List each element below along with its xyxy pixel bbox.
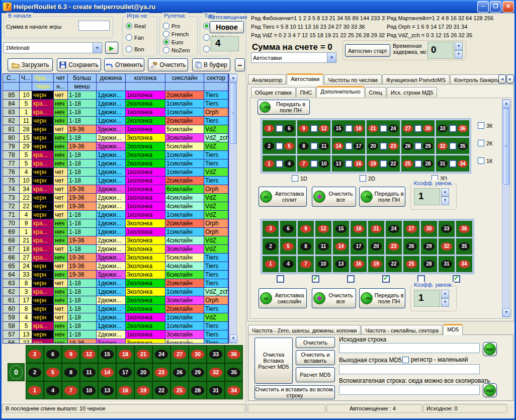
split-pair-27-30[interactable]: 2730 — [401, 120, 435, 136]
md5-out-input[interactable] — [339, 364, 480, 374]
number-disc-1[interactable]: 1 — [264, 160, 274, 167]
split-coef-spinner[interactable]: ▲▼ — [441, 188, 449, 205]
sixline-checkbox-4[interactable] — [382, 275, 390, 283]
radio-French[interactable] — [163, 31, 169, 37]
spin-down-icon[interactable]: ▼ — [441, 298, 449, 307]
grid-number-17[interactable]: 17 — [351, 238, 367, 255]
split-checkbox-33-36[interactable] — [449, 125, 457, 132]
board-number-32[interactable]: 32 — [207, 363, 225, 381]
grid-number-2[interactable]: 2 — [263, 238, 279, 255]
split-pair-14-17[interactable]: 1417 — [332, 138, 365, 154]
sixline-checkbox-3[interactable] — [347, 275, 355, 283]
scroll-down-icon[interactable]: ▼ — [229, 334, 237, 343]
radio-option-French[interactable]: French — [163, 31, 189, 37]
subtab-Общие ставки[interactable]: Общие ставки — [251, 87, 296, 97]
grid-number-29[interactable]: 29 — [421, 238, 437, 255]
split-pair-31-34[interactable]: 3134 — [436, 155, 469, 172]
grid-number-3[interactable]: 3 — [263, 221, 279, 237]
sixline-transfer-button[interactable]: →ПНПередать в поле ПН — [359, 288, 405, 308]
subtab-Спец[interactable]: Спец — [365, 87, 386, 97]
number-disc-5[interactable]: 5 — [284, 142, 294, 150]
number-disc-35[interactable]: 35 — [458, 142, 468, 150]
split-checkbox-9-12[interactable] — [310, 125, 318, 132]
split-pair-2-5[interactable]: 25 — [263, 138, 296, 154]
freqtab-MD5[interactable]: MD5 — [443, 324, 463, 335]
d-check-2D[interactable]: 2D — [360, 175, 375, 182]
column-checkbox-3К[interactable] — [478, 122, 484, 129]
number-disc-17[interactable]: 17 — [354, 142, 364, 150]
split-checkbox-14-17[interactable] — [345, 142, 353, 150]
split-checkbox-8-11[interactable] — [310, 142, 318, 150]
grid-number-6[interactable]: 6 — [280, 221, 296, 237]
grid-number-21[interactable]: 21 — [368, 221, 384, 237]
number-disc-23[interactable]: 23 — [388, 142, 398, 150]
split-pair-7-10[interactable]: 710 — [297, 155, 330, 172]
chevron-down-icon[interactable]: ▼ — [327, 53, 336, 62]
column-check-2К[interactable]: 2К — [478, 140, 493, 146]
number-disc-3[interactable]: 3 — [264, 125, 274, 132]
board-number-34[interactable]: 34 — [225, 381, 243, 399]
grid-number-24[interactable]: 24 — [386, 221, 402, 237]
d-check-1D[interactable]: 1D — [292, 175, 307, 182]
split-pair-21-24[interactable]: 2124 — [367, 120, 400, 136]
board-number-28[interactable]: 28 — [189, 381, 207, 399]
chevron-down-icon[interactable]: ▼ — [93, 43, 102, 53]
maximize-button[interactable]: ❒ — [490, 1, 501, 13]
split-checkbox-19-22[interactable] — [380, 160, 387, 167]
scroll-up-icon[interactable]: ▲ — [229, 74, 237, 82]
grid-number-30[interactable]: 30 — [421, 221, 437, 237]
md5-aux-calc-iconbutton[interactable]: МД5 — [483, 383, 497, 397]
grid-number-12[interactable]: 12 — [315, 221, 331, 237]
number-disc-28[interactable]: 28 — [423, 160, 433, 167]
board-number-2[interactable]: 2 — [26, 363, 44, 381]
board-number-16[interactable]: 16 — [116, 381, 134, 399]
number-disc-18[interactable]: 18 — [354, 125, 364, 132]
column-check-1К[interactable]: 1К — [478, 157, 493, 164]
column-checkbox-2К[interactable] — [478, 140, 484, 146]
number-disc-19[interactable]: 19 — [368, 160, 378, 167]
grid-number-14[interactable]: 14 — [333, 238, 349, 255]
autospin-start-button[interactable]: Автоспин старт — [345, 44, 390, 57]
number-disc-16[interactable]: 16 — [354, 160, 364, 167]
split-pair-1-4[interactable]: 14 — [263, 155, 296, 172]
grid-number-31[interactable]: 31 — [439, 256, 455, 272]
board-number-12[interactable]: 12 — [80, 345, 98, 363]
split-checkbox-27-30[interactable] — [414, 125, 422, 132]
number-disc-20[interactable]: 20 — [368, 142, 378, 150]
radio-Real[interactable] — [126, 23, 132, 29]
radio-Fan[interactable] — [126, 34, 132, 41]
split-pair-15-18[interactable]: 1518 — [332, 120, 365, 136]
board-number-18[interactable]: 18 — [116, 345, 134, 363]
split-clear-button[interactable]: ✱Очистить все — [312, 187, 356, 207]
number-disc-7[interactable]: 7 — [299, 160, 309, 167]
md5-clear-button[interactable]: Очистить — [296, 337, 335, 348]
md5-src-calc-iconbutton[interactable]: МД5 — [483, 342, 497, 356]
board-zero-cell[interactable]: 0 — [8, 363, 25, 381]
grid-number-25[interactable]: 25 — [403, 256, 419, 272]
number-disc-25[interactable]: 25 — [403, 160, 413, 167]
grid-number-13[interactable]: 13 — [333, 256, 349, 272]
number-disc-33[interactable]: 33 — [438, 125, 448, 132]
grid-number-8[interactable]: 8 — [298, 238, 314, 255]
board-number-6[interactable]: 6 — [44, 345, 62, 363]
number-disc-6[interactable]: 6 — [284, 125, 294, 132]
grid-number-16[interactable]: 16 — [351, 256, 367, 272]
md5-aux-input[interactable] — [339, 385, 480, 395]
d-checkbox-1D[interactable] — [292, 175, 298, 182]
grid-number-34[interactable]: 34 — [456, 256, 472, 272]
board-number-19[interactable]: 19 — [134, 381, 152, 399]
number-disc-22[interactable]: 22 — [388, 160, 398, 167]
board-number-14[interactable]: 14 — [98, 363, 116, 381]
split-pair-33-36[interactable]: 3336 — [436, 120, 469, 136]
board-number-26[interactable]: 26 — [170, 363, 189, 381]
freqtab-Частота - Zero, шансы, дюжины, колонки[interactable]: Частота - Zero, шансы, дюжины, колонки — [248, 325, 361, 335]
split-checkbox-7-10[interactable] — [310, 160, 318, 167]
autoshift-new-button[interactable]: Новое — [210, 21, 244, 33]
board-number-33[interactable]: 33 — [207, 345, 225, 363]
split-auto-button[interactable]: А2Автоставка сплит — [259, 187, 307, 207]
grid-number-18[interactable]: 18 — [351, 221, 367, 237]
board-number-23[interactable]: 23 — [152, 363, 170, 381]
board-number-25[interactable]: 25 — [170, 381, 189, 399]
number-disc-10[interactable]: 10 — [319, 160, 329, 167]
grid-number-35[interactable]: 35 — [456, 238, 472, 255]
